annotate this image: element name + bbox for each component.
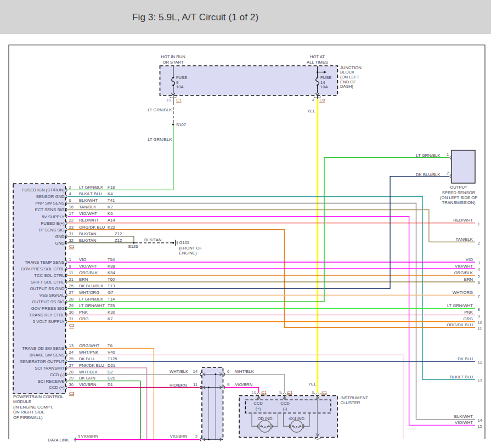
svg-text:C1: C1 <box>287 390 293 395</box>
svg-text:FUSED B(+): FUSED B(+) <box>41 221 65 226</box>
svg-text:6: 6 <box>312 390 314 395</box>
svg-text:6: 6 <box>69 198 71 203</box>
svg-text:T13: T13 <box>108 283 115 288</box>
svg-text:8: 8 <box>478 307 480 312</box>
svg-text:10A: 10A <box>176 84 184 89</box>
svg-text:OUTPUT SS GND: OUTPUT SS GND <box>30 286 65 291</box>
svg-text:GND: GND <box>55 234 65 239</box>
svg-text:K30: K30 <box>108 310 115 315</box>
svg-text:ORG/DK BLU: ORG/DK BLU <box>447 322 473 327</box>
svg-text:2: 2 <box>195 434 197 439</box>
svg-text:29: 29 <box>69 303 74 308</box>
svg-text:JUNCTION: JUNCTION <box>340 65 362 70</box>
svg-text:4: 4 <box>312 98 314 103</box>
svg-text:CLUSTER: CLUSTER <box>341 400 360 405</box>
svg-text:D2: D2 <box>108 370 113 375</box>
svg-text:TP SENS SIG: TP SENS SIG <box>38 228 64 232</box>
svg-text:VIO/BRN: VIO/BRN <box>170 383 187 388</box>
svg-text:VIO/WHT: VIO/WHT <box>79 264 97 269</box>
svg-text:BLK/TAN: BLK/TAN <box>144 237 161 242</box>
svg-text:2: 2 <box>478 241 480 246</box>
svg-text:V40: V40 <box>108 350 115 355</box>
svg-text:5V SUPPLY: 5V SUPPLY <box>42 214 64 219</box>
svg-text:30: 30 <box>69 382 74 387</box>
svg-text:T14: T14 <box>108 297 115 302</box>
svg-text:VIO: VIO <box>79 257 86 262</box>
svg-text:TRANS RLY CTRL: TRANS RLY CTRL <box>29 313 65 317</box>
svg-text:WHT/BLK: WHT/BLK <box>79 370 98 375</box>
svg-text:BRN: BRN <box>79 277 88 282</box>
svg-text:9: 9 <box>478 314 480 319</box>
svg-text:21: 21 <box>69 277 74 282</box>
svg-text:T25: T25 <box>108 303 115 308</box>
svg-text:28: 28 <box>69 297 74 302</box>
svg-text:16: 16 <box>69 205 74 209</box>
svg-text:TRANS TEMP SENS: TRANS TEMP SENS <box>25 260 64 265</box>
svg-text:C1: C1 <box>176 98 182 103</box>
svg-text:CCD: CCD <box>280 401 290 406</box>
svg-text:9: 9 <box>279 390 281 395</box>
svg-text:ECT SENS SIG: ECT SENS SIG <box>35 207 65 212</box>
svg-text:K6: K6 <box>108 211 112 216</box>
svg-text:D21: D21 <box>108 363 115 368</box>
svg-text:G105: G105 <box>179 240 190 245</box>
svg-text:(ON LEFT SIDE OF: (ON LEFT SIDE OF <box>440 195 477 200</box>
svg-text:BLK/TAN: BLK/TAN <box>79 231 96 236</box>
svg-text:PNK: PNK <box>464 310 473 315</box>
svg-text:WHT/ORG: WHT/ORG <box>79 290 99 295</box>
svg-text:11: 11 <box>478 326 482 331</box>
svg-text:BLK/WHT: BLK/WHT <box>454 414 473 419</box>
svg-text:VIO/WHT: VIO/WHT <box>79 211 97 216</box>
svg-text:OF FIREWALL): OF FIREWALL) <box>13 415 43 420</box>
svg-text:GND: GND <box>55 241 65 246</box>
svg-text:INSTRUMENT: INSTRUMENT <box>341 395 369 400</box>
svg-text:C8: C8 <box>320 98 325 103</box>
svg-text:VSS SIGNAL: VSS SIGNAL <box>39 293 65 298</box>
svg-text:2: 2 <box>69 185 71 190</box>
svg-text:T54: T54 <box>108 257 115 262</box>
svg-text:ORG: ORG <box>463 316 473 321</box>
svg-text:S107: S107 <box>176 122 186 127</box>
svg-text:11: 11 <box>69 270 74 275</box>
svg-text:CCD: CCD <box>253 401 263 406</box>
svg-text:(ON LEFT: (ON LEFT <box>340 75 359 80</box>
svg-text:30: 30 <box>69 310 74 315</box>
svg-text:10A: 10A <box>320 84 329 89</box>
svg-text:ORG/BLK: ORG/BLK <box>454 270 473 275</box>
svg-text:DK GRN: DK GRN <box>79 376 95 381</box>
svg-text:HOT IN RUN: HOT IN RUN <box>161 54 185 59</box>
svg-text:C2: C2 <box>69 323 75 328</box>
svg-text:23: 23 <box>69 225 74 230</box>
svg-text:32: 32 <box>69 238 74 243</box>
svg-text:CCD (+): CCD (+) <box>49 385 65 390</box>
svg-text:YEL: YEL <box>307 109 315 114</box>
svg-text:END OF: END OF <box>340 80 356 84</box>
svg-text:Z12: Z12 <box>115 238 122 243</box>
svg-text:K54: K54 <box>108 270 115 275</box>
svg-text:(FRONT OF: (FRONT OF <box>179 246 202 251</box>
svg-text:WHT/ORG: WHT/ORG <box>453 290 473 295</box>
svg-text:31: 31 <box>69 316 74 321</box>
svg-text:10: 10 <box>166 98 171 103</box>
svg-text:ORG/DK BLU: ORG/DK BLU <box>79 225 105 230</box>
svg-text:PNK: PNK <box>79 310 88 315</box>
svg-text:DK BLU: DK BLU <box>79 356 94 361</box>
svg-text:BRN: BRN <box>464 277 473 282</box>
svg-text:10: 10 <box>478 320 483 325</box>
svg-text:SCI RECEIVE: SCI RECEIVE <box>38 379 65 384</box>
svg-text:DK BLU: DK BLU <box>458 356 473 361</box>
svg-text:3: 3 <box>78 434 80 439</box>
svg-text:DK BLU/BLK: DK BLU/BLK <box>79 283 104 288</box>
svg-text:4X4 IND: 4X4 IND <box>289 416 305 421</box>
svg-text:PNP SW SENS: PNP SW SENS <box>35 201 64 206</box>
svg-text:PNK/DK BLU: PNK/DK BLU <box>79 363 104 368</box>
svg-text:POWERTRAIN CONTROL: POWERTRAIN CONTROL <box>13 394 64 399</box>
svg-text:10: 10 <box>251 390 256 395</box>
svg-text:OD IND: OD IND <box>258 416 273 421</box>
svg-text:BLK/TAN: BLK/TAN <box>79 238 96 243</box>
svg-text:K88: K88 <box>108 264 115 269</box>
svg-text:OUTPUT: OUTPUT <box>450 185 467 190</box>
svg-text:DASH): DASH) <box>340 84 353 89</box>
svg-text:LT GRN/BLK: LT GRN/BLK <box>79 297 104 302</box>
svg-text:25: 25 <box>69 283 74 288</box>
